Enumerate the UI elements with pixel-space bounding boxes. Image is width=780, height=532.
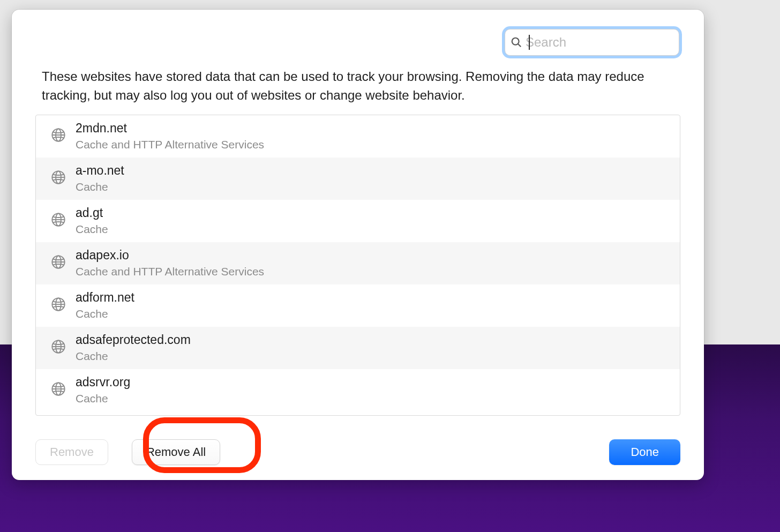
website-row-text: a-mo.net Cache: [76, 163, 124, 194]
done-button[interactable]: Done: [609, 439, 680, 465]
website-domain: adsafeprotected.com: [76, 332, 191, 348]
text-caret: [529, 35, 530, 50]
website-list[interactable]: 2mdn.net Cache and HTTP Alternative Serv…: [35, 115, 680, 416]
website-row[interactable]: a-mo.net Cache: [36, 158, 680, 200]
globe-icon: [51, 212, 76, 229]
sheet-header: [12, 10, 704, 56]
website-row[interactable]: 2mdn.net Cache and HTTP Alternative Serv…: [36, 115, 680, 158]
website-row[interactable]: adsrvr.org Cache: [36, 369, 680, 411]
website-row[interactable]: adapex.io Cache and HTTP Alternative Ser…: [36, 242, 680, 284]
website-domain: ad.gt: [76, 205, 108, 221]
search-input[interactable]: [526, 35, 673, 50]
website-detail: Cache: [76, 392, 130, 406]
website-domain: 2mdn.net: [76, 121, 264, 136]
website-detail: Cache and HTTP Alternative Services: [76, 138, 264, 152]
website-row-text: adsrvr.org Cache: [76, 374, 130, 406]
website-detail: Cache: [76, 307, 134, 321]
website-detail: Cache: [76, 222, 108, 236]
website-domain: a-mo.net: [76, 163, 124, 178]
search-icon: [511, 36, 522, 48]
svg-point-0: [512, 38, 519, 45]
website-row-text: ad.gt Cache: [76, 205, 108, 237]
website-data-sheet: These websites have stored data that can…: [12, 10, 704, 480]
website-row[interactable]: adform.net Cache: [36, 284, 680, 327]
website-row-text: adsafeprotected.com Cache: [76, 332, 191, 364]
website-domain: adsrvr.org: [76, 374, 130, 390]
website-row-text: adform.net Cache: [76, 290, 134, 321]
globe-icon: [51, 339, 76, 356]
website-row[interactable]: ad.gt Cache: [36, 200, 680, 242]
remove-all-button[interactable]: Remove All: [132, 439, 220, 465]
website-detail: Cache and HTTP Alternative Services: [76, 265, 264, 279]
website-row-text: adapex.io Cache and HTTP Alternative Ser…: [76, 248, 264, 279]
globe-icon: [51, 254, 76, 272]
website-row[interactable]: adsafeprotected.com Cache: [36, 327, 680, 369]
website-detail: Cache: [76, 180, 124, 194]
globe-icon: [51, 297, 76, 314]
website-domain: adform.net: [76, 290, 134, 305]
svg-line-1: [518, 44, 521, 47]
website-row-text: 2mdn.net Cache and HTTP Alternative Serv…: [76, 121, 264, 152]
globe-icon: [51, 381, 76, 399]
website-detail: Cache: [76, 349, 191, 363]
website-domain: adapex.io: [76, 248, 264, 263]
sheet-footer: Remove Remove All Done: [12, 429, 704, 480]
search-field-container[interactable]: [505, 29, 679, 56]
globe-icon: [51, 170, 76, 187]
remove-button: Remove: [35, 439, 108, 465]
globe-icon: [51, 128, 76, 145]
description-text: These websites have stored data that can…: [12, 56, 704, 111]
